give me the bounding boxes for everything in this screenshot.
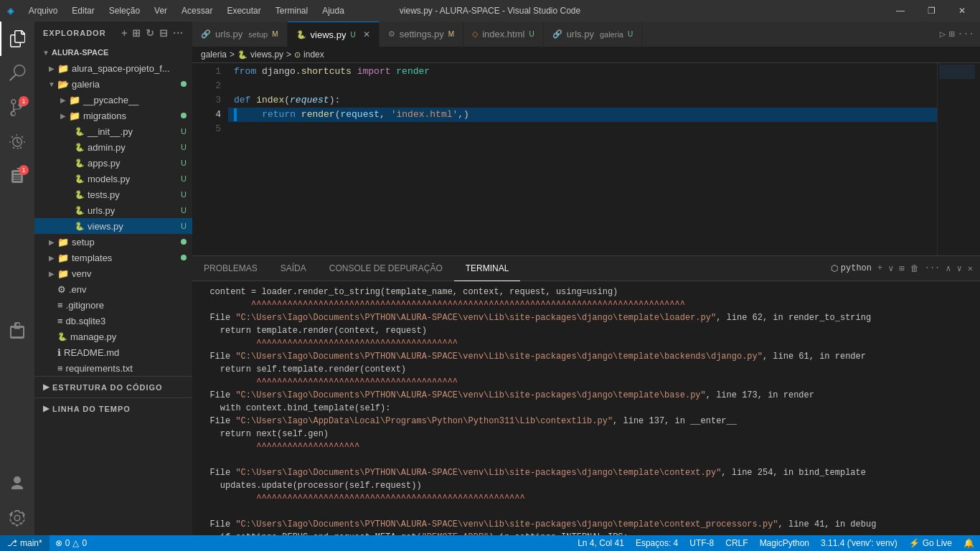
cursor-position-item[interactable]: Ln 4, Col 41 — [572, 535, 630, 551]
keyword: def — [234, 93, 250, 108]
tree-item-models-py[interactable]: 🐍 models.py U — [34, 171, 192, 187]
activity-icon-settings[interactable] — [0, 501, 34, 535]
refresh-icon[interactable]: ↻ — [146, 27, 155, 39]
activity-icon-accounts[interactable] — [0, 466, 34, 501]
panel-tab-terminal[interactable]: TERMINAL — [454, 256, 521, 281]
tab-views-py[interactable]: 🐍 views.py U ✕ — [288, 22, 380, 47]
activity-icon-source-control[interactable]: 1 — [0, 90, 34, 125]
tree-root[interactable]: ▼ ALURA-SPACE — [34, 44, 192, 60]
terminal-add-icon[interactable]: + — [877, 263, 882, 273]
tab-urls-py-setup[interactable]: 🔗 urls.py setup M — [192, 22, 288, 47]
menu-terminal[interactable]: Terminal — [270, 4, 314, 17]
new-file-icon[interactable]: + — [121, 27, 128, 39]
file-label: .gitignore — [66, 300, 192, 311]
menu-executar[interactable]: Executar — [221, 4, 266, 17]
section-label: LINHA DO TEMPO — [52, 405, 131, 413]
line-numbers: 1 2 3 4 5 — [192, 63, 228, 255]
section-estrutura[interactable]: ▶ ESTRUTURA DO CÓDIGO — [34, 376, 192, 397]
tree-item-urls-py[interactable]: 🐍 urls.py U — [34, 202, 192, 218]
menu-selecao[interactable]: Seleção — [103, 4, 146, 17]
go-live-item[interactable]: ⚡ Go Live — [903, 535, 958, 551]
activity-icon-run-debug[interactable] — [0, 125, 34, 159]
tree-item-views-py[interactable]: 🐍 views.py U — [34, 218, 192, 234]
breadcrumb-views-py[interactable]: 🐍 views.py — [237, 50, 283, 60]
tab-settings-py[interactable]: ⚙ settings.py M — [380, 22, 464, 47]
split-editor-button[interactable]: ⊞ — [948, 28, 954, 40]
tab-urls-py-galeria[interactable]: 🔗 urls.py galeria U — [544, 22, 643, 47]
tree-item-gitignore[interactable]: ≡ .gitignore — [34, 297, 192, 313]
menu-ver[interactable]: Ver — [149, 4, 173, 17]
tree-item-venv[interactable]: ▶ 📁 venv — [34, 265, 192, 281]
sidebar-more-icon[interactable]: ··· — [173, 27, 184, 39]
activity-icon-explorer[interactable] — [0, 22, 34, 56]
python-version-item[interactable]: 3.11.4 ('venv': venv) — [815, 535, 903, 551]
tree-item-manage-py[interactable]: 🐍 manage.py — [34, 329, 192, 344]
file-badge: U — [181, 206, 187, 215]
tree-item-setup[interactable]: ▶ 📁 setup — [34, 234, 192, 250]
terminal-line: File "C:\Users\Iago\Documents\PYTHON\ALU… — [199, 311, 973, 324]
language-item[interactable]: MagicPython — [754, 535, 815, 551]
panel-tab-saida[interactable]: SAÍDA — [269, 256, 318, 281]
panel-tab-debug-console[interactable]: CONSOLE DE DEPURAÇÃO — [318, 256, 454, 281]
terminal-up-icon[interactable]: ∧ — [946, 263, 951, 274]
maximize-button[interactable]: ❐ — [920, 4, 943, 17]
notifications-item[interactable]: 🔔 — [958, 535, 980, 551]
terminal-split-icon[interactable]: ⊞ — [899, 263, 904, 274]
menu-arquivo[interactable]: Arquivo — [23, 4, 64, 17]
tree-item-templates[interactable]: ▶ 📁 templates — [34, 250, 192, 265]
folder-label: venv — [72, 268, 192, 279]
tree-item-pycache[interactable]: ▶ 📁 __pycache__ — [34, 92, 192, 108]
new-folder-icon[interactable]: ⊞ — [132, 27, 141, 39]
terminal-trash-icon[interactable]: 🗑 — [910, 263, 919, 274]
breadcrumb-galeria[interactable]: galeria — [201, 50, 227, 60]
minimize-button[interactable]: — — [889, 4, 912, 17]
tree-item-migrations[interactable]: ▶ 📁 migrations — [34, 108, 192, 123]
line-ending-item[interactable]: CRLF — [720, 535, 753, 551]
tree-item-alura-space-projeto[interactable]: ▶ 📁 alura_space-projeto_f... — [34, 60, 192, 76]
activity-icon-extensions[interactable]: 1 — [0, 159, 34, 194]
menu-acessar[interactable]: Acessar — [176, 4, 218, 17]
tree-item-readme[interactable]: ℹ README.md — [34, 344, 192, 360]
tab-close-button[interactable]: ✕ — [363, 29, 370, 39]
git-branch-item[interactable]: ⎇ main* — [0, 535, 50, 551]
section-linha-do-tempo[interactable]: ▶ LINHA DO TEMPO — [34, 397, 192, 419]
terminal-list-icon[interactable]: ∨ — [888, 263, 893, 274]
tree-item-env[interactable]: ⚙ .env — [34, 281, 192, 297]
git-icon: ⎇ — [7, 538, 17, 548]
close-button[interactable]: ✕ — [951, 4, 973, 17]
tree-item-apps-py[interactable]: 🐍 apps.py U — [34, 155, 192, 171]
breadcrumb-index[interactable]: ⊙ index — [294, 50, 324, 60]
menu-editar[interactable]: Editar — [66, 4, 100, 17]
breadcrumb-file-label: views.py — [250, 50, 283, 60]
tree-item-galeria[interactable]: ▼ 📂 galeria — [34, 76, 192, 92]
tree-item-requirements[interactable]: ≡ requirements.txt — [34, 360, 192, 376]
function: shortcuts — [301, 65, 352, 79]
menu-ajuda[interactable]: Ajuda — [316, 4, 350, 17]
activity-icon-test[interactable] — [0, 313, 34, 347]
editor-more-button[interactable]: ··· — [958, 29, 974, 39]
breadcrumb-sep1: > — [230, 50, 235, 60]
editor-area: 🔗 urls.py setup M 🐍 views.py U ✕ ⚙ setti… — [192, 22, 980, 535]
activity-icon-search[interactable] — [0, 56, 34, 90]
tree-item-init-py[interactable]: 🐍 __init__.py U — [34, 123, 192, 139]
terminal-content[interactable]: content = loader.render_to_string(templa… — [192, 281, 980, 535]
terminal-close-icon[interactable]: ✕ — [968, 263, 973, 274]
terminal-down-icon[interactable]: ∨ — [957, 263, 962, 274]
title-bar: ◈ Arquivo Editar Seleção Ver Acessar Exe… — [0, 0, 980, 22]
terminal-more-icon[interactable]: ··· — [925, 263, 941, 273]
code-editor: 1 2 3 4 5 from django.shortcuts import r… — [192, 63, 980, 535]
tree-item-admin-py[interactable]: 🐍 admin.py U — [34, 139, 192, 155]
tab-index-html[interactable]: ◇ index.html U — [463, 22, 543, 47]
run-button[interactable]: ▷ — [940, 28, 946, 40]
code-lines[interactable]: from django.shortcuts import render def … — [228, 63, 937, 255]
collapse-icon[interactable]: ⊟ — [159, 27, 169, 39]
errors-warnings-item[interactable]: ⊗ 0 △ 0 — [50, 535, 93, 551]
code-line-3: def index(request): — [228, 93, 937, 108]
panel-tab-problems[interactable]: PROBLEMAS — [192, 256, 269, 281]
tree-item-db-sqlite3[interactable]: ≡ db.sqlite3 — [34, 313, 192, 329]
imported-name: render — [396, 65, 430, 79]
spaces-item[interactable]: Espaços: 4 — [630, 535, 684, 551]
tree-item-tests-py[interactable]: 🐍 tests.py U — [34, 187, 192, 202]
file-icon: 🐍 — [75, 206, 85, 215]
encoding-item[interactable]: UTF-8 — [684, 535, 720, 551]
